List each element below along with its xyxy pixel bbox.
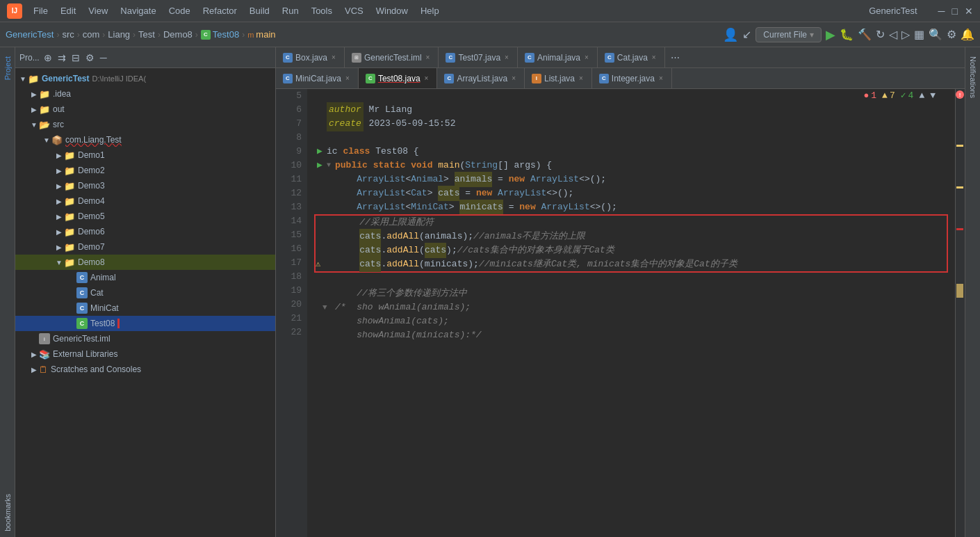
tab-cat-java[interactable]: C Cat.java ×: [598, 47, 665, 67]
settings-project-button[interactable]: ⚙: [84, 51, 96, 65]
tree-src[interactable]: ▼ 📂 src: [15, 117, 275, 132]
tree-demo5[interactable]: ▶ 📁 Demo5: [15, 209, 275, 224]
breadcrumb-com[interactable]: com: [83, 29, 100, 40]
run-button[interactable]: ▶: [826, 27, 835, 42]
tab-animal-java[interactable]: C Animal.java ×: [518, 47, 598, 67]
menu-vcs[interactable]: VCS: [339, 4, 369, 17]
tab-close-minicat[interactable]: ×: [344, 74, 351, 83]
menu-tools[interactable]: Tools: [306, 4, 338, 17]
tree-root[interactable]: ▼ 📁 GenericTest D:\IntelliJ IDEA(: [15, 71, 275, 86]
scroll-to-icon[interactable]: ⇉: [56, 51, 67, 65]
menu-help[interactable]: Help: [415, 4, 445, 17]
tree-scratches[interactable]: ▶ 🗒 Scratches and Consoles: [15, 362, 275, 377]
tab-generictest-iml[interactable]: ⊞ GenericTest.iml ×: [345, 47, 439, 67]
tree-demo8[interactable]: ▼ 📁 Demo8: [15, 255, 275, 270]
tab-test08-java[interactable]: C Test08.java ×: [359, 68, 438, 88]
tree-demo6[interactable]: ▶ 📁 Demo6: [15, 224, 275, 239]
breadcrumb-src[interactable]: src: [62, 29, 74, 40]
code-view[interactable]: ● 1 ▲ 7 ✓ 4 ▲ ▼ author: [307, 89, 955, 537]
tree-demo1[interactable]: ▶ 📁 Demo1: [15, 147, 275, 163]
tree-minicat[interactable]: ▶ C MiniCat: [15, 300, 275, 316]
breadcrumb-generictest[interactable]: GenericTest: [6, 29, 54, 40]
menu-view[interactable]: View: [83, 4, 113, 17]
tree-out[interactable]: ▶ 📁 out: [15, 102, 275, 117]
tree-demo7[interactable]: ▶ 📁 Demo7: [15, 239, 275, 255]
tree-iml[interactable]: ▶ i GenericTest.iml: [15, 331, 275, 346]
tab-close-list[interactable]: ×: [578, 74, 585, 83]
forward-icon[interactable]: ▷: [901, 28, 910, 41]
tab-close-test08[interactable]: ×: [423, 74, 430, 83]
tab-icon-test07: C: [446, 53, 455, 63]
tab-close-iml[interactable]: ×: [425, 53, 432, 62]
notifications-icon[interactable]: 🔔: [961, 28, 974, 41]
tree-demo3[interactable]: ▶ 📁 Demo3: [15, 178, 275, 193]
breadcrumb-bar: GenericTest › src › com › Liang › Test ›…: [0, 22, 980, 47]
window-title: GenericTest: [869, 6, 917, 16]
tree-demo2[interactable]: ▶ 📁 Demo2: [15, 163, 275, 178]
fold-arrow-10[interactable]: ▼: [327, 159, 335, 173]
menu-window[interactable]: Window: [370, 4, 414, 17]
line-numbers: 5 6 7 8 9 10 11 12 13 14 15 16 17 18 19 …: [276, 89, 307, 537]
tab-close-test07[interactable]: ×: [503, 53, 510, 62]
bookmarks-tab-label[interactable]: bookmarks: [1, 488, 14, 537]
breadcrumb-main[interactable]: mmain: [247, 29, 275, 40]
tab-icon-cat: C: [605, 53, 614, 63]
tab-close-arraylist[interactable]: ×: [510, 74, 517, 83]
tab-close-animal[interactable]: ×: [583, 53, 590, 62]
run-gutter-10[interactable]: ▶: [313, 159, 327, 173]
tab-close-integer[interactable]: ×: [658, 74, 664, 83]
vcs-update-icon[interactable]: ↙: [742, 28, 751, 41]
tab-test07-java[interactable]: C Test07.java ×: [439, 47, 518, 67]
current-file-dropdown[interactable]: Current File ▾: [756, 27, 822, 42]
settings-icon[interactable]: ⚙: [947, 28, 956, 41]
tab-overflow-button[interactable]: ⋯: [665, 52, 685, 63]
layout-icon[interactable]: ▦: [914, 28, 924, 41]
fold-20[interactable]: ▼: [322, 300, 335, 314]
tab-box-java[interactable]: C Box.java ×: [276, 47, 345, 67]
code-line-13: ArrayList < MiniCat > minicats = new Arr…: [313, 200, 949, 214]
tree-external-libs[interactable]: ▶ 📚 External Libraries: [15, 346, 275, 362]
menu-build[interactable]: Build: [244, 4, 275, 17]
debug-button[interactable]: 🐛: [840, 28, 854, 41]
tab-minicat-java[interactable]: C MiniCat.java ×: [276, 68, 359, 88]
run-gutter-9[interactable]: ▶: [313, 145, 327, 159]
menu-refactor[interactable]: Refactor: [197, 4, 243, 17]
tree-package-com[interactable]: ▼ 📦 com.Liang.Test: [15, 132, 275, 147]
tree-test08[interactable]: ▶ C Test08: [15, 316, 275, 331]
tab-integer-java[interactable]: C Integer.java ×: [592, 68, 672, 88]
close-button[interactable]: ✕: [965, 6, 973, 17]
menu-run[interactable]: Run: [277, 4, 304, 17]
build-icon[interactable]: 🔨: [858, 28, 872, 41]
project-panel: Pro... ⊕ ⇉ ⊟ ⚙ ─ ▼ 📁 GenericTest D:\Inte…: [15, 47, 276, 537]
profile-icon[interactable]: 👤: [723, 27, 738, 42]
tab-close-box[interactable]: ×: [330, 53, 337, 62]
scratch-icon: 🗒: [39, 364, 48, 375]
tab-bar-row1: C Box.java × ⊞ GenericTest.iml × C Test0…: [276, 47, 965, 68]
sync-icon[interactable]: ↻: [876, 28, 885, 41]
main-layout: Project Pro... ⊕ ⇉ ⊟ ⚙ ─ ▼ 📁 GenericTest…: [0, 47, 980, 537]
tab-list-java[interactable]: I List.java ×: [525, 68, 592, 88]
minimize-panel-button[interactable]: ─: [99, 51, 108, 65]
notifications-tab[interactable]: Notifications: [967, 51, 979, 104]
sidebar-tab-project[interactable]: Project: [1, 51, 14, 86]
tab-arraylist-java[interactable]: C ArrayList.java ×: [437, 68, 525, 88]
breadcrumb-test[interactable]: Test: [138, 29, 155, 40]
breadcrumb-test08[interactable]: CTest08: [201, 29, 239, 40]
menu-edit[interactable]: Edit: [55, 4, 81, 17]
menu-navigate[interactable]: Navigate: [115, 4, 161, 17]
menu-code[interactable]: Code: [163, 4, 196, 17]
breadcrumb-demo8[interactable]: Demo8: [163, 29, 193, 40]
collapse-all-button[interactable]: ⊟: [70, 51, 81, 65]
add-item-button[interactable]: ⊕: [42, 51, 54, 65]
search-icon[interactable]: 🔍: [929, 28, 942, 41]
tree-cat[interactable]: ▶ C Cat: [15, 285, 275, 300]
breadcrumb-liang[interactable]: Liang: [108, 29, 130, 40]
tree-demo4[interactable]: ▶ 📁 Demo4: [15, 193, 275, 209]
minimize-button[interactable]: ─: [938, 6, 945, 17]
tab-close-cat[interactable]: ×: [651, 53, 658, 62]
menu-file[interactable]: File: [28, 4, 54, 17]
tree-animal[interactable]: ▶ C Animal: [15, 270, 275, 285]
tree-idea[interactable]: ▶ 📁 .idea: [15, 86, 275, 102]
back-icon[interactable]: ◁: [889, 28, 897, 41]
maximize-button[interactable]: □: [952, 6, 958, 17]
